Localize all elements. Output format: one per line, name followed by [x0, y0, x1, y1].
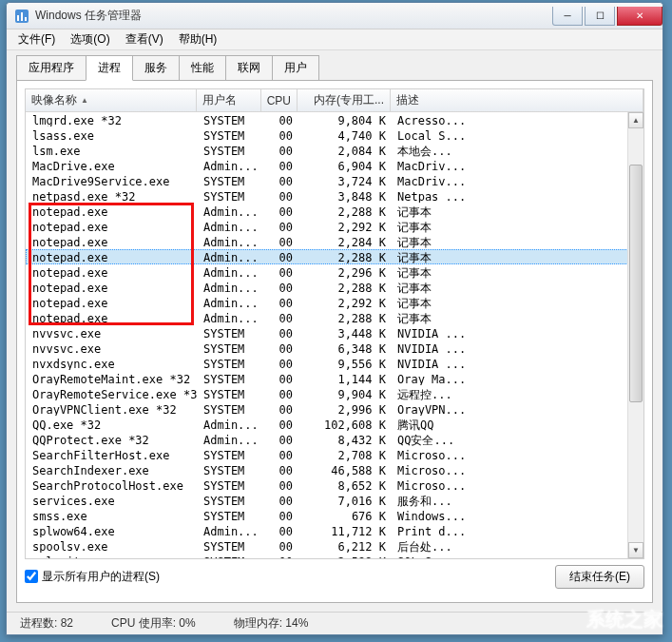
cell-cpu: 00	[262, 448, 298, 461]
cell-mem: 46,588 K	[298, 463, 392, 477]
table-row[interactable]: lsass.exeSYSTEM004,740 KLocal S...	[26, 127, 643, 143]
cell-mem: 6,212 K	[298, 539, 392, 553]
table-row[interactable]: SearchProtocolHost.exeSYSTEM008,652 KMic…	[26, 477, 643, 493]
cell-cpu: 00	[262, 433, 298, 446]
col-memory[interactable]: 内存(专用工...	[298, 89, 391, 111]
menu-item[interactable]: 查看(V)	[118, 29, 171, 50]
cell-mem: 6,904 K	[298, 159, 392, 172]
checkbox-input[interactable]	[25, 570, 38, 583]
cell-cpu: 00	[262, 220, 298, 233]
table-row[interactable]: notepad.exeAdmin...002,288 K记事本	[26, 310, 643, 325]
tab[interactable]: 用户	[272, 55, 319, 81]
cell-desc: MacDriv...	[392, 159, 643, 172]
cell-cpu: 00	[262, 296, 298, 309]
show-all-users-checkbox[interactable]: 显示所有用户的进程(S)	[25, 569, 555, 585]
table-row[interactable]: sqlwriter.exeSYSTEM002,588 KSQL Ser...	[26, 554, 643, 559]
table-row[interactable]: smss.exeSYSTEM00676 KWindows...	[26, 508, 643, 523]
col-image-name[interactable]: 映像名称▲	[26, 89, 197, 111]
table-row[interactable]: nvvsvc.exeSYSTEM006,348 KNVIDIA ...	[26, 340, 643, 356]
titlebar[interactable]: Windows 任务管理器 ─ ☐ ✕	[7, 3, 662, 29]
cell-name: smss.exe	[27, 509, 198, 522]
table-row[interactable]: OrayRemoteMaint.exe *32SYSTEM001,144 KOr…	[26, 371, 643, 386]
table-row[interactable]: spoolsv.exeSYSTEM006,212 K后台处...	[26, 538, 643, 554]
scroll-down-icon[interactable]: ▼	[628, 542, 643, 558]
table-row[interactable]: QQ.exe *32Admin...00102,608 K腾讯QQ	[26, 417, 643, 432]
table-row[interactable]: MacDrive9Service.exeSYSTEM003,724 KMacDr…	[26, 173, 643, 188]
cell-cpu: 00	[262, 478, 298, 492]
table-row[interactable]: lsm.exeSYSTEM002,084 K本地会...	[26, 143, 643, 158]
tab[interactable]: 性能	[179, 55, 226, 81]
cell-user: SYSTEM	[198, 113, 262, 126]
table-row[interactable]: notepad.exeAdmin...002,288 K记事本	[26, 280, 643, 295]
table-row[interactable]: lmgrd.exe *32SYSTEM009,804 KAcresso...	[26, 112, 643, 127]
table-row[interactable]: QQProtect.exe *32Admin...008,432 KQQ安全..…	[26, 432, 643, 447]
cell-mem: 2,284 K	[298, 235, 392, 248]
table-row[interactable]: SearchFilterHost.exeSYSTEM002,708 KMicro…	[26, 447, 643, 462]
table-row[interactable]: notepad.exeAdmin...002,296 K记事本	[26, 264, 643, 280]
cell-desc: NVIDIA ...	[392, 326, 643, 340]
end-task-button[interactable]: 结束任务(E)	[555, 565, 644, 589]
cell-desc: 后台处...	[392, 539, 643, 553]
cell-user: SYSTEM	[198, 448, 262, 461]
cell-mem: 7,016 K	[298, 494, 392, 507]
cell-user: Admin...	[198, 159, 262, 172]
cell-cpu: 00	[262, 174, 298, 187]
cell-cpu: 00	[262, 463, 298, 477]
svg-rect-1	[17, 15, 19, 21]
cell-cpu: 00	[262, 235, 298, 248]
scroll-thumb[interactable]	[629, 165, 643, 402]
table-body[interactable]: lmgrd.exe *32SYSTEM009,804 KAcresso...ls…	[26, 112, 643, 559]
maximize-button[interactable]: ☐	[585, 7, 615, 26]
scroll-up-icon[interactable]: ▲	[628, 112, 643, 128]
table-row[interactable]: MacDrive.exeAdmin...006,904 KMacDriv...	[26, 158, 643, 173]
cell-user: SYSTEM	[198, 144, 262, 157]
table-row[interactable]: OrayVPNClient.exe *32SYSTEM002,996 KOray…	[26, 401, 643, 417]
minimize-button[interactable]: ─	[552, 7, 583, 26]
cell-mem: 102,608 K	[298, 418, 392, 431]
table-row[interactable]: notepad.exeAdmin...002,288 K记事本	[26, 204, 643, 219]
cell-mem: 2,288 K	[298, 311, 392, 324]
cell-desc: NVIDIA ...	[392, 341, 643, 355]
tab[interactable]: 联网	[225, 55, 273, 81]
close-button[interactable]: ✕	[617, 7, 662, 26]
cell-desc: SQL Ser...	[392, 554, 643, 559]
cell-name: sqlwriter.exe	[27, 554, 198, 559]
table-row[interactable]: nvxdsync.exeSYSTEM009,556 KNVIDIA ...	[26, 356, 643, 371]
tab[interactable]: 进程	[86, 55, 133, 81]
app-icon	[14, 9, 29, 24]
table-row[interactable]: SearchIndexer.exeSYSTEM0046,588 KMicroso…	[26, 462, 643, 477]
cell-user: SYSTEM	[198, 174, 262, 187]
cell-name: OrayRemoteMaint.exe *32	[27, 372, 198, 385]
vertical-scrollbar[interactable]: ▲ ▼	[627, 112, 643, 558]
table-row[interactable]: nvvsvc.exeSYSTEM003,448 KNVIDIA ...	[26, 325, 643, 340]
cell-name: spoolsv.exe	[27, 539, 198, 553]
tab[interactable]: 应用程序	[16, 55, 86, 81]
menu-item[interactable]: 帮助(H)	[171, 29, 225, 50]
col-description[interactable]: 描述	[391, 89, 643, 111]
checkbox-label: 显示所有用户的进程(S)	[42, 569, 160, 585]
menu-item[interactable]: 选项(O)	[63, 29, 117, 50]
cell-name: nvxdsync.exe	[27, 357, 198, 370]
table-row[interactable]: notepad.exeAdmin...002,292 K记事本	[26, 219, 643, 234]
tab[interactable]: 服务	[132, 55, 180, 81]
bottom-controls: 显示所有用户的进程(S) 结束任务(E)	[25, 565, 644, 588]
table-row[interactable]: splwow64.exeAdmin...0011,712 KPrint d...	[26, 523, 643, 538]
table-row[interactable]: notepad.exeAdmin...002,284 K记事本	[26, 234, 643, 249]
cell-mem: 2,996 K	[298, 402, 392, 416]
cell-cpu: 00	[262, 402, 298, 416]
cell-cpu: 00	[262, 159, 298, 172]
cell-name: services.exe	[27, 494, 198, 507]
cell-name: notepad.exe	[27, 250, 198, 263]
menu-item[interactable]: 文件(F)	[10, 29, 63, 50]
cell-desc: 记事本	[392, 250, 643, 263]
table-row[interactable]: OrayRemoteService.exe *32SYSTEM009,904 K…	[26, 386, 643, 401]
col-user[interactable]: 用户名	[197, 89, 261, 111]
cell-mem: 2,588 K	[298, 554, 392, 559]
cell-cpu: 00	[262, 494, 298, 507]
table-row[interactable]: notepad.exeAdmin...002,292 K记事本	[26, 295, 643, 310]
table-row[interactable]: netpasd.exe *32SYSTEM003,848 KNetpas ...	[26, 188, 643, 204]
col-cpu[interactable]: CPU	[261, 89, 298, 111]
table-row[interactable]: services.exeSYSTEM007,016 K服务和...	[26, 493, 643, 508]
table-row[interactable]: notepad.exeAdmin...002,288 K记事本	[26, 249, 643, 264]
table-header: 映像名称▲ 用户名 CPU 内存(专用工... 描述	[26, 89, 643, 112]
